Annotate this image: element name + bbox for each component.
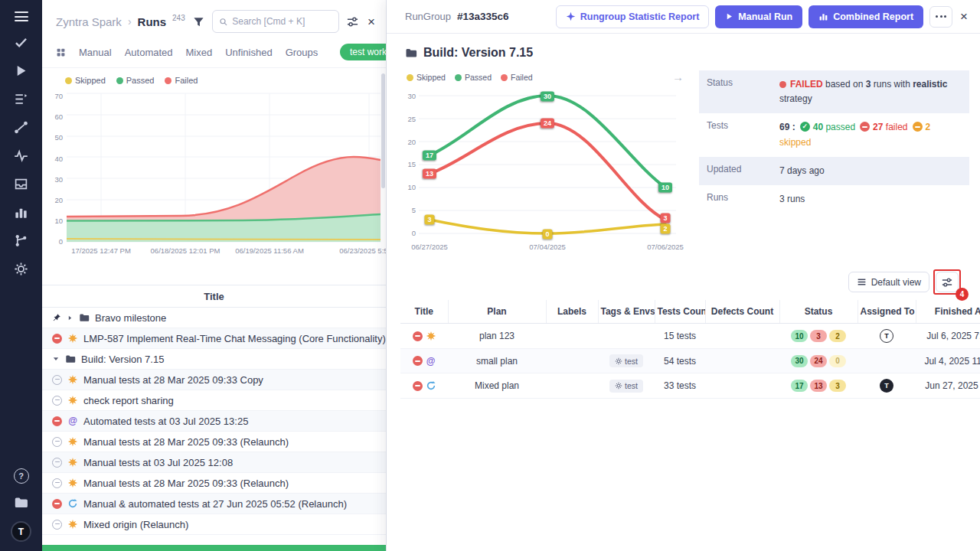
inbox-icon[interactable] <box>14 177 28 191</box>
run-row[interactable]: check report sharing <box>42 390 386 411</box>
runs-area-chart: 7060 5040 3020 100 <box>50 91 383 256</box>
tag-pill[interactable]: test <box>609 380 643 393</box>
detail-close-icon[interactable] <box>959 8 969 24</box>
run-row[interactable]: Automated tests at 03 Jul 2025 13:25 <box>42 411 386 432</box>
col-tags-envs[interactable]: Tags & Envs <box>598 300 655 324</box>
rungroup-label: RunGroup <box>405 11 451 22</box>
tab-mixed[interactable]: Mixed <box>186 47 213 58</box>
status-neutral-icon <box>52 458 62 468</box>
scrollbar[interactable] <box>381 73 385 188</box>
run-row[interactable]: Manual tests at 28 Mar 2025 09:33 Copy <box>42 370 386 390</box>
table-row[interactable]: small plan test 54 tests 30240 Jul 4, 20… <box>400 349 980 373</box>
rungroup-chart-plot <box>419 90 676 240</box>
runs-play-icon[interactable] <box>14 64 28 78</box>
manual-run-button[interactable]: Manual Run <box>715 5 802 28</box>
row-title: Build: Version 7.15 <box>81 354 164 365</box>
tab-unfinished[interactable]: Unfinished <box>225 47 272 58</box>
tab-manual[interactable]: Manual <box>79 47 112 58</box>
milestone-row[interactable]: Bravo milestone <box>42 308 386 328</box>
table-row[interactable]: plan 123 15 tests 1032 T Jul 6, 2025 7:4… <box>400 324 980 349</box>
run-row[interactable]: LMP-587 Implement Real-Time Chat Messagi… <box>42 328 386 349</box>
assignee-cell: T <box>858 324 916 349</box>
breadcrumb-app[interactable]: Zyntra Spark <box>56 15 122 28</box>
rungroup-statistic-report-button[interactable]: Rungroup Statistic Report <box>556 5 710 28</box>
summary-tests-row: Tests 69 :40 passed27 failed2 skipped <box>699 113 969 156</box>
annotation-badge: 4 <box>956 288 969 301</box>
more-actions-button[interactable] <box>929 6 952 28</box>
rungroup-chart-y-axis: 3025 2015 105 0 <box>402 92 416 237</box>
runs-settings-sliders-icon[interactable] <box>345 15 360 29</box>
breadcrumb-separator: › <box>128 15 132 28</box>
flow-icon[interactable] <box>14 120 28 135</box>
combined-report-button[interactable]: Combined Report <box>808 5 923 28</box>
search-box[interactable] <box>212 10 339 33</box>
status-failed-icon <box>52 416 62 426</box>
run-row[interactable]: Manual & automated tests at 27 Jun 2025 … <box>42 494 386 514</box>
test-list-icon[interactable] <box>14 92 28 106</box>
failed-minus-icon <box>860 122 870 132</box>
row-title: Bravo milestone <box>95 312 166 324</box>
legend-passed: Passed <box>455 73 492 82</box>
projects-folder-icon[interactable] <box>14 495 28 510</box>
run-row[interactable]: Manual tests at 28 Mar 2025 09:33 (Relau… <box>42 473 386 494</box>
chevron-right-icon[interactable] <box>67 315 74 321</box>
view-grid-icon[interactable] <box>56 47 66 57</box>
default-view-button[interactable]: Default view <box>848 272 929 292</box>
table-row[interactable]: Mixed plan test 33 tests 17133 T Jun 27,… <box>400 373 980 399</box>
columns-settings-button[interactable] <box>936 272 959 292</box>
user-avatar[interactable]: T <box>11 521 31 542</box>
run-row[interactable]: Manual tests at 03 Jul 2025 12:08 <box>42 452 386 473</box>
tab-groups[interactable]: Groups <box>286 47 318 58</box>
table-header-row: Title Plan Labels Tags & Envs Tests Coun… <box>400 300 980 324</box>
col-title[interactable]: Title <box>400 300 448 324</box>
filter-funnel-icon[interactable] <box>191 15 206 29</box>
assignee-avatar: T <box>880 329 893 343</box>
help-icon[interactable]: ? <box>14 468 29 484</box>
manual-origin-icon <box>67 333 78 344</box>
search-icon <box>219 17 227 27</box>
status-neutral-icon <box>52 437 62 447</box>
gear-icon[interactable] <box>14 262 28 276</box>
automated-origin-icon <box>67 416 78 426</box>
col-status[interactable]: Status <box>779 300 858 324</box>
search-input[interactable] <box>232 16 332 27</box>
chevron-down-icon[interactable] <box>52 355 60 363</box>
checks-icon[interactable] <box>14 35 28 50</box>
col-assigned-to[interactable]: Assigned To <box>858 300 916 324</box>
run-row[interactable]: Manual tests at 28 Mar 2025 09:33 (Relau… <box>42 432 386 452</box>
rungroup-line-chart: 3025 2015 105 0 <box>402 90 682 241</box>
run-row[interactable]: Mixed origin (Relaunch) <box>42 514 386 535</box>
rungroup-detail-panel: RunGroup #13a335c6 Rungroup Statistic Re… <box>387 0 980 551</box>
data-label-passed: 17 <box>423 151 436 161</box>
row-title: Manual & automated tests at 27 Jun 2025 … <box>83 498 347 510</box>
status-neutral-icon <box>52 396 62 406</box>
runs-close-icon[interactable] <box>366 14 377 30</box>
col-tests-count[interactable]: Tests Count <box>655 300 705 324</box>
pulse-icon[interactable] <box>14 148 28 163</box>
tags-cell: test <box>598 349 655 373</box>
app-root: ? T Zyntra Spark › Runs 243 Manual Autom… <box>0 0 980 551</box>
col-labels[interactable]: Labels <box>546 300 598 324</box>
rungroup-runs-table: Title Plan Labels Tags & Envs Tests Coun… <box>400 300 980 399</box>
nav-sidebar: ? T <box>0 0 42 551</box>
col-plan[interactable]: Plan <box>448 300 546 324</box>
menu-icon[interactable] <box>15 11 28 21</box>
col-finished-at[interactable]: Finished At <box>916 300 980 324</box>
tab-automated[interactable]: Automated <box>125 47 173 58</box>
table-view-controls: Default view 4 <box>387 252 980 300</box>
analytics-icon[interactable] <box>14 205 28 220</box>
env-filter-pill[interactable]: test work <box>340 44 387 60</box>
manual-origin-icon <box>67 395 78 406</box>
plan-cell: Mixed plan <box>448 373 546 399</box>
branch-icon[interactable] <box>14 233 28 248</box>
labels-cell <box>546 373 598 399</box>
chart-next-arrow-icon[interactable] <box>672 70 684 83</box>
rungroup-summary: Status FAILED based on 3 runs with reali… <box>699 70 969 252</box>
detail-header: RunGroup #13a335c6 Rungroup Statistic Re… <box>387 0 980 34</box>
col-defects-count[interactable]: Defects Count <box>705 300 779 324</box>
status-cell: 1032 <box>779 324 858 349</box>
summary-updated-row: Updated 7 days ago <box>699 157 969 185</box>
tag-pill[interactable]: test <box>609 354 643 367</box>
group-row[interactable]: Build: Version 7.15 <box>42 349 386 370</box>
finished-at-cell: Jul 6, 2025 7:40 <box>916 324 980 349</box>
